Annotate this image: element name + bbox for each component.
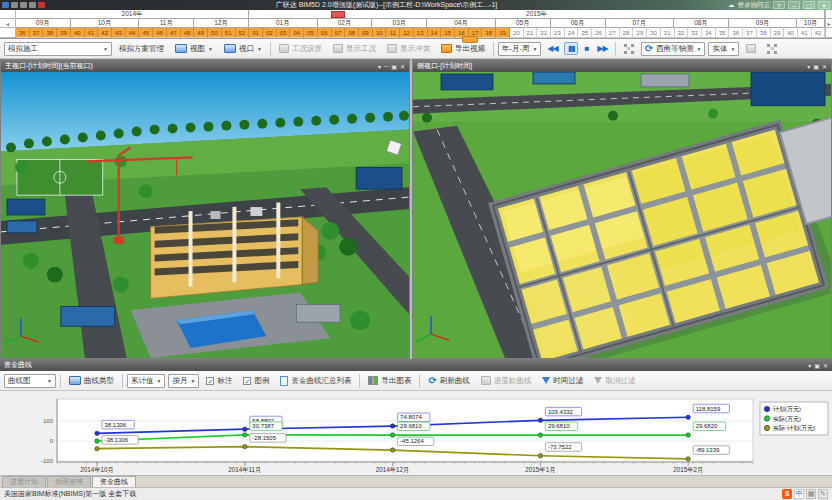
maximize-button[interactable]: ▢ [803,1,815,9]
timeline-week-cell[interactable]: 38 [757,28,771,38]
measure-button[interactable] [763,40,781,57]
timeline-week-cell[interactable]: 10 [373,28,387,38]
maximize-icon[interactable]: ▣ [814,362,820,369]
progress-payment-curve-button[interactable]: 进度款曲线 [477,372,536,389]
timeline-week-cell[interactable]: 04 [290,28,304,38]
curve-type-button[interactable]: 曲线类型 [65,372,118,389]
timeline-week-cell[interactable]: 26 [592,28,606,38]
timeline-month-cell[interactable]: 06月 [551,19,606,28]
section-box-button[interactable] [742,40,760,57]
timeline-week-cell[interactable]: 41 [85,28,99,38]
time-filter-button[interactable]: 时间过滤 [538,372,587,389]
record-icon[interactable] [38,2,45,8]
timeline-month-cell[interactable]: 02月 [318,19,373,28]
timeline-month-cell[interactable]: 10月 [797,19,824,28]
timeline-week-cell[interactable]: 02 [263,28,277,38]
timeline-month-cell[interactable]: 12月 [194,19,249,28]
timeline-week-cell[interactable]: 45 [139,28,153,38]
timeline-week-cell[interactable]: 27 [606,28,620,38]
timeline-week-cell[interactable]: 48 [181,28,195,38]
close-icon[interactable]: ✕ [823,362,828,369]
timeline-week-cell[interactable]: 03 [277,28,291,38]
language-mode-icon[interactable]: 中 [794,489,804,499]
viewpoint-grid-button[interactable] [620,40,638,57]
timeline-week-cell[interactable]: 19 [496,28,510,38]
timeline-week-cell[interactable]: 20 [510,28,524,38]
timeline-week-cell[interactable]: 30 [647,28,661,38]
stop-button[interactable]: ■ [581,43,591,54]
pin-icon[interactable]: ▾ [807,63,810,70]
timeline-month-cell[interactable]: 11月 [139,19,194,28]
timeline-week-cell[interactable]: 46 [153,28,167,38]
tab-funds-curve[interactable]: 资金曲线 [92,476,136,487]
show-conflict-button[interactable]: 显示冲突 [383,40,434,57]
time-granularity-combo[interactable]: 年-月-周 ▼ [498,42,541,56]
timeline-week-cell[interactable]: 37 [30,28,44,38]
maximize-icon[interactable]: ▣ [813,63,819,70]
timeline-week-cell[interactable]: 41 [798,28,812,38]
tab-progress-plan[interactable]: 进度计划 [2,476,46,487]
pin-icon[interactable]: ▾ [378,63,381,70]
viewport-3d-scene-right[interactable] [413,72,831,358]
timeline-scroll-left-icon[interactable]: ◂ [0,19,16,28]
fast-forward-button[interactable]: ▶▶ [594,43,610,54]
timeline-week-cell[interactable]: 50 [208,28,222,38]
timeline-week-cell[interactable]: 29 [633,28,647,38]
timeline-week-cell[interactable]: 36 [16,28,30,38]
minimize-button[interactable]: ─ [788,1,800,9]
timeline-week-cell[interactable]: 24 [565,28,579,38]
news-marquee-link[interactable]: 美国国家BIM标准(NBIMS)第一版 全套下载 [4,489,136,499]
period-combo[interactable]: 按月 ▼ [168,374,199,388]
condition-settings-button[interactable]: 工况设置 [275,40,326,57]
main-viewport-header[interactable]: 主视口-[计划时间](当前视口) ▾ ─ ▣ ✕ [1,60,409,72]
funds-panel-header[interactable]: 资金曲线 ▾ ▣ ✕ [0,359,832,371]
timeline-week-cell[interactable]: 14 [428,28,442,38]
show-condition-button[interactable]: 显示工况 [329,40,380,57]
close-button[interactable]: ✕ [818,1,830,9]
redo-icon[interactable] [29,2,36,8]
timeline-month-cell[interactable]: 05月 [496,19,551,28]
timeline-month-cell[interactable]: 03月 [372,19,427,28]
timeline-week-cell[interactable]: 39 [57,28,71,38]
timeline-slider-thumb[interactable] [462,36,478,43]
refresh-curve-button[interactable]: ⟳ 刷新曲线 [424,372,473,389]
timeline-week-cell[interactable]: 34 [702,28,716,38]
timeline-week-cell[interactable]: 49 [194,28,208,38]
timeline-week-cell[interactable]: 42 [812,28,826,38]
timeline-month-cell[interactable]: 09月 [16,19,71,28]
timeline-week-cell[interactable]: 43 [112,28,126,38]
timeline-week-cell[interactable]: 22 [537,28,551,38]
summary-list-button[interactable]: 资金曲线汇总列表 [276,372,355,389]
value-mode-combo[interactable]: 累计值 ▼ [127,374,165,388]
timeline-month-cell[interactable]: 10月 [71,19,140,28]
rewind-button[interactable]: ◀◀ [544,43,560,54]
close-icon[interactable]: ✕ [400,63,405,70]
timeline-week-cell[interactable]: 38 [43,28,57,38]
help-button[interactable]: ? [773,1,785,9]
timeline-week-cell[interactable]: 09 [359,28,373,38]
close-icon[interactable]: ✕ [822,63,827,70]
timeline-week-cell[interactable]: 40 [784,28,798,38]
simulation-scheme-combo[interactable]: 模拟施工 ▼ [4,42,112,56]
pin-icon[interactable]: ▾ [808,362,811,369]
scheme-manage-button[interactable]: 模拟方案管理 [115,40,168,57]
export-chart-button[interactable]: 导出图表 [364,372,415,389]
timeline-week-cell[interactable]: 51 [222,28,236,38]
timeline-week-cell[interactable]: 32 [675,28,689,38]
save-icon[interactable] [11,2,18,8]
timeline-week-cell[interactable]: 44 [126,28,140,38]
timeline-week-cell[interactable]: 01 [249,28,263,38]
timeline-month-cell[interactable]: 04月 [427,19,496,28]
timeline-week-cell[interactable]: 23 [551,28,565,38]
timeline-month-cell[interactable]: 09月 [729,19,798,28]
undo-icon[interactable] [20,2,27,8]
tab-animation-manage[interactable]: 动画管理 [47,476,91,487]
minimize-icon[interactable]: ─ [384,63,388,70]
timeline-month-cell[interactable]: 01月 [249,19,318,28]
timeline-week-cell[interactable]: 40 [71,28,85,38]
timeline-week-cell[interactable]: 21 [524,28,538,38]
timeline-week-cell[interactable]: 11 [386,28,400,38]
timeline-week-cell[interactable]: 35 [716,28,730,38]
timeline-week-cell[interactable]: 39 [771,28,785,38]
maximize-icon[interactable]: ▣ [391,63,397,70]
